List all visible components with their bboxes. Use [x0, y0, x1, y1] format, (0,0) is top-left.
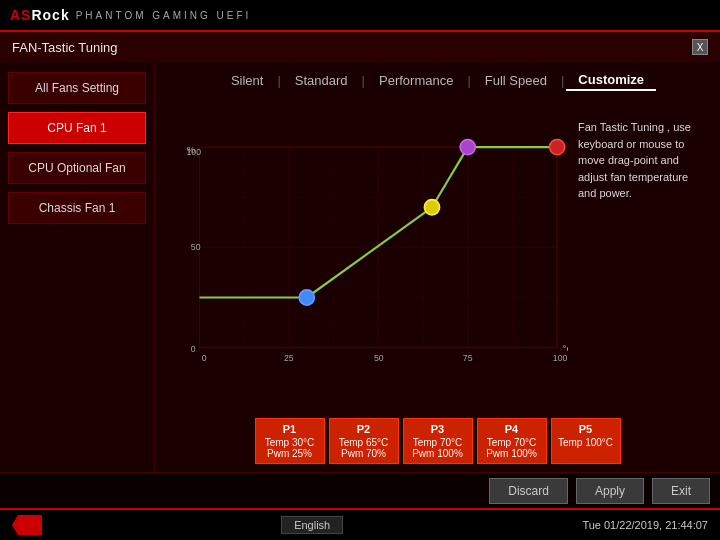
tab-customize[interactable]: Customize — [566, 70, 656, 91]
point-temp-p4: Temp 70°C — [484, 437, 540, 448]
svg-point-36 — [550, 140, 565, 155]
tabs-bar: Silent | Standard | Performance | Full S… — [167, 70, 708, 91]
svg-text:0: 0 — [191, 344, 196, 354]
discard-button[interactable]: Discard — [489, 478, 568, 504]
point-pwm-p2: Pwm 70% — [336, 448, 392, 459]
sidebar-item-cpu-fan1[interactable]: CPU Fan 1 — [8, 112, 146, 144]
apply-button[interactable]: Apply — [576, 478, 644, 504]
point-label-p3: P3 — [410, 423, 466, 435]
point-pwm-p4: Pwm 100% — [484, 448, 540, 459]
tab-standard[interactable]: Standard — [283, 71, 360, 90]
sidebar-item-cpu-optional[interactable]: CPU Optional Fan — [8, 152, 146, 184]
svg-text:100: 100 — [553, 353, 568, 363]
svg-point-33 — [299, 290, 314, 305]
footer: Discard Apply Exit — [0, 472, 720, 508]
point-card-p1[interactable]: P1 Temp 30°C Pwm 25% — [255, 418, 325, 464]
svg-text:0: 0 — [202, 353, 207, 363]
tab-silent[interactable]: Silent — [219, 71, 276, 90]
subtitle: PHANTOM GAMING UEFI — [76, 10, 252, 21]
svg-text:50: 50 — [191, 242, 201, 252]
brand-logo: ASRock — [10, 7, 70, 23]
point-pwm-p1: Pwm 25% — [262, 448, 318, 459]
svg-text:°C: °C — [563, 343, 568, 354]
header: ASRock PHANTOM GAMING UEFI — [0, 0, 720, 32]
point-label-p4: P4 — [484, 423, 540, 435]
sidebar-item-chassis-fan1[interactable]: Chassis Fan 1 — [8, 192, 146, 224]
sidebar-item-all-fans[interactable]: All Fans Setting — [8, 72, 146, 104]
point-temp-p2: Temp 65°C — [336, 437, 392, 448]
svg-point-35 — [460, 140, 475, 155]
svg-text:75: 75 — [463, 353, 473, 363]
info-text: Fan Tastic Tuning , use keyboard or mous… — [578, 99, 708, 412]
statusbar: English Tue 01/22/2019, 21:44:07 — [0, 508, 720, 540]
point-temp-p1: Temp 30°C — [262, 437, 318, 448]
chart-container: % 100 50 0 0 25 50 75 100 °C — [167, 99, 708, 412]
main-area: All Fans Setting CPU Fan 1 CPU Optional … — [0, 62, 720, 472]
tab-fullspeed[interactable]: Full Speed — [473, 71, 559, 90]
sidebar: All Fans Setting CPU Fan 1 CPU Optional … — [0, 62, 155, 472]
point-card-p2[interactable]: P2 Temp 65°C Pwm 70% — [329, 418, 399, 464]
fan-curve-chart[interactable]: % 100 50 0 0 25 50 75 100 °C — [167, 99, 568, 412]
point-label-p2: P2 — [336, 423, 392, 435]
point-card-p3[interactable]: P3 Temp 70°C Pwm 100% — [403, 418, 473, 464]
chart-svg: % 100 50 0 0 25 50 75 100 °C — [167, 99, 568, 412]
point-label-p5: P5 — [558, 423, 614, 435]
point-temp-p3: Temp 70°C — [410, 437, 466, 448]
point-label-p1: P1 — [262, 423, 318, 435]
tab-performance[interactable]: Performance — [367, 71, 465, 90]
svg-text:25: 25 — [284, 353, 294, 363]
svg-point-34 — [424, 200, 439, 215]
points-bar: P1 Temp 30°C Pwm 25% P2 Temp 65°C Pwm 70… — [167, 418, 708, 464]
point-pwm-p3: Pwm 100% — [410, 448, 466, 459]
close-button[interactable]: X — [692, 39, 708, 55]
point-card-p4[interactable]: P4 Temp 70°C Pwm 100% — [477, 418, 547, 464]
svg-text:50: 50 — [374, 353, 384, 363]
page-title: FAN-Tastic Tuning — [12, 40, 118, 55]
brand-mark — [12, 515, 42, 535]
datetime-display: Tue 01/22/2019, 21:44:07 — [582, 519, 708, 531]
content-area: Silent | Standard | Performance | Full S… — [155, 62, 720, 472]
point-card-p5[interactable]: P5 Temp 100°C — [551, 418, 621, 464]
logo-area: ASRock PHANTOM GAMING UEFI — [10, 7, 251, 23]
point-temp-p5: Temp 100°C — [558, 437, 614, 448]
exit-button[interactable]: Exit — [652, 478, 710, 504]
language-selector[interactable]: English — [281, 516, 343, 534]
svg-text:100: 100 — [187, 147, 202, 157]
titlebar: FAN-Tastic Tuning X — [0, 32, 720, 62]
